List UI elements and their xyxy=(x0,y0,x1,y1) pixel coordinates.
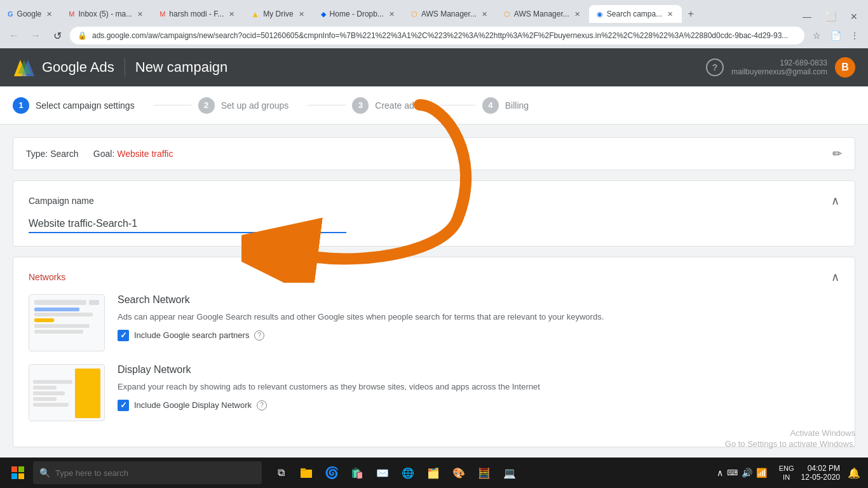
search-network-desc: Ads can appear near Google Search result… xyxy=(118,311,839,323)
search-partners-checkbox-row: Include Google search partners ? xyxy=(118,330,839,341)
step-3-circle: 3 xyxy=(352,97,369,114)
taskbar-lang: ENG IN xyxy=(777,464,796,482)
taskbar-store-icon[interactable]: 🛍️ xyxy=(346,461,369,484)
tab-close-inbox[interactable]: ✕ xyxy=(136,9,144,20)
ads-logo-icon xyxy=(13,56,36,79)
tab-close-aws2[interactable]: ✕ xyxy=(573,9,581,20)
taskbar-mail-icon[interactable]: ✉️ xyxy=(371,461,394,484)
step-4[interactable]: 4 Billing xyxy=(482,97,541,114)
type-goal-card: Type: Search Goal: Website traffic ✏ xyxy=(13,137,855,170)
forward-button[interactable]: → xyxy=(27,27,44,44)
menu-button[interactable]: ⋮ xyxy=(846,27,863,44)
taskbar-network-icon[interactable]: 📶 xyxy=(756,468,767,478)
taskbar-file-explorer-icon[interactable] xyxy=(295,461,318,484)
step-1-label: Select campaign settings xyxy=(36,100,135,111)
ads-logo-text: Google Ads xyxy=(42,59,114,76)
start-button[interactable] xyxy=(5,460,31,485)
pdf-icon[interactable]: 📄 xyxy=(827,27,844,44)
taskbar-time-display: 04:02 PM xyxy=(801,464,840,473)
taskbar-paint-icon[interactable]: 🎨 xyxy=(447,461,470,484)
taskbar-task-view-icon[interactable]: ⧉ xyxy=(269,461,292,484)
taskbar-edge-icon[interactable]: 🌀 xyxy=(320,461,343,484)
tab-close-dropbox[interactable]: ✕ xyxy=(388,9,396,20)
close-button[interactable]: ✕ xyxy=(845,10,863,23)
tab-favicon-mydrive: ▲ xyxy=(251,10,259,19)
taskbar-chrome-icon[interactable]: 🌐 xyxy=(397,461,419,484)
taskbar-search-bar[interactable]: 🔍 xyxy=(33,461,262,484)
taskbar-calc-icon[interactable]: 🧮 xyxy=(473,461,496,484)
search-network-title: Search Network xyxy=(118,294,839,306)
back-button[interactable]: ← xyxy=(5,27,23,44)
svg-rect-7 xyxy=(11,473,17,479)
collapse-networks-button[interactable]: ∧ xyxy=(831,270,839,284)
reload-button[interactable]: ↺ xyxy=(48,27,66,44)
step-1-circle: 1 xyxy=(13,97,29,114)
tab-mydrive[interactable]: ▲ My Drive ✕ xyxy=(243,5,313,23)
campaign-name-label: Campaign name xyxy=(29,196,94,206)
taskbar-volume-icon[interactable]: 🔊 xyxy=(742,468,752,478)
edit-icon[interactable]: ✏ xyxy=(832,147,842,161)
tab-harsh[interactable]: M harsh modi - F... ✕ xyxy=(152,5,243,23)
taskbar-clock: 04:02 PM 12-05-2020 xyxy=(801,464,840,482)
tab-close-aws1[interactable]: ✕ xyxy=(480,9,489,20)
collapse-campaign-name-button[interactable]: ∧ xyxy=(831,194,839,208)
step-separator-3 xyxy=(438,105,476,105)
taskbar-date-display: 12-05-2020 xyxy=(801,473,840,482)
goal-value: Website traffic xyxy=(117,149,173,159)
account-email: mailbuyernexus@gmail.com xyxy=(731,67,827,76)
tab-close-mydrive[interactable]: ✕ xyxy=(297,9,306,20)
tab-favicon-harsh: M xyxy=(159,10,165,18)
tab-search-campaign[interactable]: ◉ Search campa... ✕ xyxy=(589,5,682,23)
display-network-help-icon[interactable]: ? xyxy=(257,400,267,410)
ads-logo: Google Ads xyxy=(13,56,114,79)
tab-google[interactable]: G Google ✕ xyxy=(0,5,61,23)
account-phone: 192-689-0833 xyxy=(731,58,827,67)
taskbar-notification-icon[interactable]: 🔔 xyxy=(845,467,863,479)
tab-favicon-aws1: ⬡ xyxy=(411,10,417,18)
tab-close-harsh[interactable]: ✕ xyxy=(227,9,236,20)
lock-icon: 🔒 xyxy=(78,31,87,40)
taskbar-chevron-icon[interactable]: ∧ xyxy=(717,468,723,478)
campaign-name-input[interactable] xyxy=(29,215,346,233)
minimize-button[interactable]: — xyxy=(797,10,817,23)
step-2[interactable]: 2 Set up ad groups xyxy=(198,97,302,114)
restore-button[interactable]: ⬜ xyxy=(820,10,841,23)
tab-inbox[interactable]: M Inbox (5) - ma... ✕ xyxy=(61,5,152,23)
tab-aws2[interactable]: ⬡ AWS Manager... ✕ xyxy=(496,5,589,23)
avatar[interactable]: B xyxy=(835,57,855,78)
display-network-title: Display Network xyxy=(118,364,839,376)
search-network-section: Search Network Ads can appear near Googl… xyxy=(29,294,839,351)
ads-header-divider xyxy=(125,58,125,77)
url-bar: ads.google.com/aw/campaigns/new/search?o… xyxy=(92,31,797,40)
tab-close-google[interactable]: ✕ xyxy=(45,9,53,20)
step-3[interactable]: 3 Create ads xyxy=(352,97,431,114)
step-separator-2 xyxy=(308,105,346,105)
type-goal-text: Type: Search Goal: Website traffic xyxy=(26,148,173,159)
step-1[interactable]: 1 Select campaign settings xyxy=(13,97,147,114)
search-partners-label: Include Google search partners xyxy=(134,330,249,340)
tab-close-search-campaign[interactable]: ✕ xyxy=(666,9,674,20)
bookmark-icon[interactable]: ☆ xyxy=(808,27,825,44)
tab-title-search-campaign: Search campa... xyxy=(607,10,662,18)
tab-title-dropbox: Home - Dropb... xyxy=(330,10,384,18)
display-network-thumbnail xyxy=(29,364,105,421)
tab-aws1[interactable]: ⬡ AWS Manager... ✕ xyxy=(403,5,496,23)
taskbar-search-icon: 🔍 xyxy=(39,468,50,478)
help-button[interactable]: ? xyxy=(706,58,724,76)
tab-dropbox[interactable]: ◆ Home - Dropb... ✕ xyxy=(313,5,403,23)
type-label: Type: Search Goal: Website traffic xyxy=(26,149,173,159)
taskbar-keyboard-icon[interactable]: ⌨ xyxy=(727,468,738,477)
taskbar-search-input[interactable] xyxy=(55,468,255,478)
search-network-info: Search Network Ads can appear near Googl… xyxy=(118,294,839,341)
tab-title-mydrive: My Drive xyxy=(263,10,293,18)
taskbar-filezilla-icon[interactable]: 🗂️ xyxy=(422,461,445,484)
taskbar-teamviewer-icon[interactable]: 💻 xyxy=(498,461,521,484)
steps-bar: 1 Select campaign settings 2 Set up ad g… xyxy=(0,86,868,125)
step-4-circle: 4 xyxy=(482,97,499,114)
search-partners-checkbox[interactable] xyxy=(118,330,129,341)
new-tab-button[interactable]: + xyxy=(682,5,700,23)
display-network-checkbox[interactable] xyxy=(118,400,129,411)
search-partners-help-icon[interactable]: ? xyxy=(254,330,264,341)
svg-rect-8 xyxy=(18,473,24,479)
type-value: Search xyxy=(50,149,78,159)
